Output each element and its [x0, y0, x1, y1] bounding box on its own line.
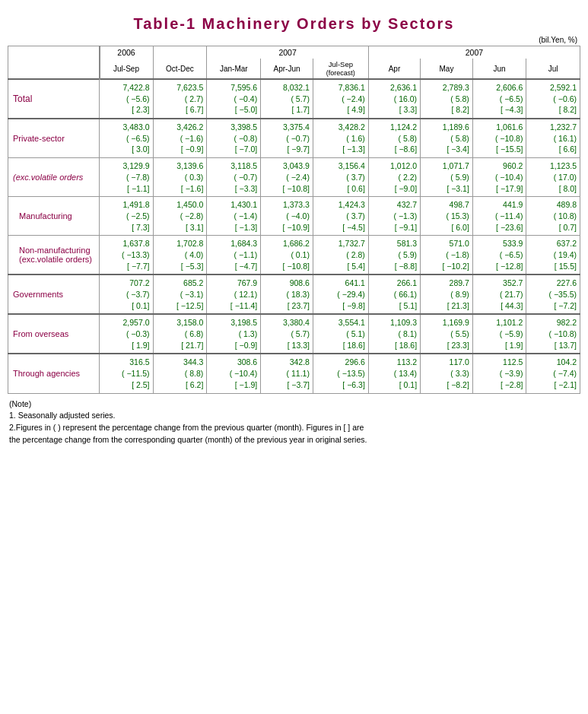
data-cell: 1,684.3( −1.1)[ −4.7] — [207, 236, 261, 275]
table-row: (exc.volatile orders3,129.9( −7.8)[ −1.1… — [8, 158, 580, 197]
data-cell: 533.9( −6.5)[ −12.8] — [472, 236, 526, 275]
data-cell: 498.7( 15.3)[ 6.0] — [421, 197, 473, 236]
table-row: Private-sector3,483.0( −6.5)[ 3.0]3,426.… — [8, 119, 580, 158]
table-row: From overseas2,957.0( −0.3)[ 1.9]3,158.0… — [8, 314, 580, 354]
data-cell: 489.8( 10.8)[ 0.7] — [526, 197, 580, 236]
data-cell: 1,101.2( −5.9)[ 1.9] — [472, 314, 526, 354]
data-cell: 112.5( −3.9)[ −2.8] — [472, 354, 526, 393]
row-label: From overseas — [8, 314, 100, 354]
data-cell: 1,189.6( 5.8)[ −3.4] — [421, 119, 473, 158]
main-table: 2006 2007 2007 Jul-Sep Oct-Dec Jan-Mar A… — [8, 46, 580, 394]
data-cell: 1,169.9( 5.5)[ 23.3] — [421, 314, 473, 354]
row-label: Governments — [8, 274, 100, 314]
data-cell: 104.2( −7.4)[ −2.1] — [526, 354, 580, 393]
data-cell: 1,450.0( −2.8)[ 3.1] — [153, 197, 207, 236]
data-cell: 3,398.5( −0.8)[ −7.0] — [207, 119, 261, 158]
data-cell: 316.5( −11.5)[ 2.5] — [100, 354, 154, 393]
data-cell: 3,483.0( −6.5)[ 3.0] — [100, 119, 154, 158]
data-cell: 266.1( 66.1)[ 5.1] — [368, 274, 420, 314]
data-cell: 1,109.3( 8.1)[ 18.6] — [368, 314, 420, 354]
header-row-1: 2006 2007 2007 — [8, 46, 580, 59]
table-row: Through agencies316.5( −11.5)[ 2.5]344.3… — [8, 354, 580, 393]
data-cell: 1,686.2( 0.1)[ −10.8] — [261, 236, 313, 275]
data-cell: 441.9( −11.4)[ −23.6] — [472, 197, 526, 236]
note-2: 2.Figures in ( ) represent the percentag… — [9, 422, 580, 434]
data-cell: 641.1( −29.4)[ −9.8] — [313, 274, 368, 314]
data-cell: 289.7( 8.9)[ 21.3] — [421, 274, 473, 314]
data-cell: 2,789.3( 5.8)[ 8.2] — [421, 79, 473, 119]
data-cell: 117.0( 3.3)[ −8.2] — [421, 354, 473, 393]
row-label: Total — [8, 79, 100, 119]
data-cell: 3,426.2( −1.6)[ −0.9] — [153, 119, 207, 158]
row-label: Private-sector — [8, 119, 100, 158]
table-row: Non-manufacturing(exc.volatile orders)1,… — [8, 236, 580, 275]
data-cell: 227.6( −35.5)[ −7.2] — [526, 274, 580, 314]
data-cell: 571.0( −1.8)[ −10.2] — [421, 236, 473, 275]
data-cell: 3,428.2( 1.6)[ −1.3] — [313, 119, 368, 158]
data-cell: 3,375.4( −0.7)[ −9.7] — [261, 119, 313, 158]
row-label: Manufacturing — [8, 197, 100, 236]
data-cell: 7,623.5( 2.7)[ 6.7] — [153, 79, 207, 119]
data-cell: 352.7( 21.7)[ 44.3] — [472, 274, 526, 314]
data-cell: 1,430.1( −1.4)[ −1.3] — [207, 197, 261, 236]
data-cell: 581.3( 5.9)[ −8.8] — [368, 236, 420, 275]
note-title: (Note) — [9, 398, 580, 411]
data-cell: 113.2( 13.4)[ 0.1] — [368, 354, 420, 393]
data-cell: 308.6( −10.4)[ −1.9] — [207, 354, 261, 393]
data-cell: 1,491.8( −2.5)[ 7.3] — [100, 197, 154, 236]
data-cell: 1,232.7( 16.1)[ 6.6] — [526, 119, 580, 158]
unit-note: (bil.Yen, %) — [8, 36, 580, 44]
data-cell: 3,158.0( 6.8)[ 21.7] — [153, 314, 207, 354]
data-cell: 8,032.1( 5.7)[ 1.7] — [261, 79, 313, 119]
data-cell: 960.2( −10.4)[ −17.9] — [472, 158, 526, 197]
data-cell: 3,380.4( 5.7)[ 13.3] — [261, 314, 313, 354]
data-cell: 296.6( −13.5)[ −6.3] — [313, 354, 368, 393]
table-row: Governments707.2( −3.7)[ 0.1]685.2( −3.1… — [8, 274, 580, 314]
data-cell: 685.2( −3.1)[ −12.5] — [153, 274, 207, 314]
data-cell: 3,129.9( −7.8)[ −1.1] — [100, 158, 154, 197]
data-cell: 707.2( −3.7)[ 0.1] — [100, 274, 154, 314]
data-cell: 1,012.0( 2.2)[ −9.0] — [368, 158, 420, 197]
note-1: 1. Seasonally adjusted series. — [9, 410, 580, 422]
note-3: the percentage change from the correspon… — [9, 434, 580, 446]
data-cell: 2,606.6( −6.5)[ −4.3] — [472, 79, 526, 119]
row-label: Non-manufacturing(exc.volatile orders) — [8, 236, 100, 275]
notes-section: (Note) 1. Seasonally adjusted series. 2.… — [8, 398, 580, 446]
data-cell: 982.2( −10.8)[ 13.7] — [526, 314, 580, 354]
data-cell: 7,422.8( −5.6)[ 2.3] — [100, 79, 154, 119]
data-cell: 1,702.8( 4.0)[ −5.3] — [153, 236, 207, 275]
data-cell: 1,123.5( 17.0)[ 8.0] — [526, 158, 580, 197]
data-cell: 1,732.7( 2.8)[ 5.4] — [313, 236, 368, 275]
data-cell: 1,424.3( 3.7)[ −4.5] — [313, 197, 368, 236]
data-cell: 1,124.2( 5.8)[ −8.6] — [368, 119, 420, 158]
data-cell: 3,198.5( 1.3)[ −0.9] — [207, 314, 261, 354]
data-cell: 3,554.1( 5.1)[ 18.6] — [313, 314, 368, 354]
data-cell: 3,156.4( 3.7)[ 0.6] — [313, 158, 368, 197]
data-cell: 2,592.1( −0.6)[ 8.2] — [526, 79, 580, 119]
data-cell: 2,957.0( −0.3)[ 1.9] — [100, 314, 154, 354]
data-cell: 1,061.6( −10.8)[ −15.5] — [472, 119, 526, 158]
data-cell: 432.7( −1.3)[ −9.1] — [368, 197, 420, 236]
data-cell: 908.6( 18.3)[ 23.7] — [261, 274, 313, 314]
data-cell: 2,636.1( 16.0)[ 3.3] — [368, 79, 420, 119]
data-cell: 3,118.5( −0.7)[ −3.3] — [207, 158, 261, 197]
page-title: Table-1 Machinery Orders by Sectors — [8, 15, 580, 33]
data-cell: 342.8( 11.1)[ −3.7] — [261, 354, 313, 393]
table-row: Manufacturing1,491.8( −2.5)[ 7.3]1,450.0… — [8, 197, 580, 236]
data-cell: 7,836.1( −2.4)[ 4.9] — [313, 79, 368, 119]
data-cell: 637.2( 19.4)[ 15.5] — [526, 236, 580, 275]
row-label: (exc.volatile orders — [8, 158, 100, 197]
row-label: Through agencies — [8, 354, 100, 393]
data-cell: 767.9( 12.1)[ −11.4] — [207, 274, 261, 314]
data-cell: 3,139.6( 0.3)[ −1.6] — [153, 158, 207, 197]
data-cell: 1,071.7( 5.9)[ −3.1] — [421, 158, 473, 197]
data-cell: 3,043.9( −2.4)[ −10.8] — [261, 158, 313, 197]
data-cell: 1,637.8( −13.3)[ −7.7] — [100, 236, 154, 275]
data-cell: 1,373.3( −4.0)[ −10.9] — [261, 197, 313, 236]
data-cell: 7,595.6( −0.4)[ −5.0] — [207, 79, 261, 119]
table-row: Total7,422.8( −5.6)[ 2.3]7,623.5( 2.7)[ … — [8, 79, 580, 119]
data-cell: 344.3( 8.8)[ 6.2] — [153, 354, 207, 393]
